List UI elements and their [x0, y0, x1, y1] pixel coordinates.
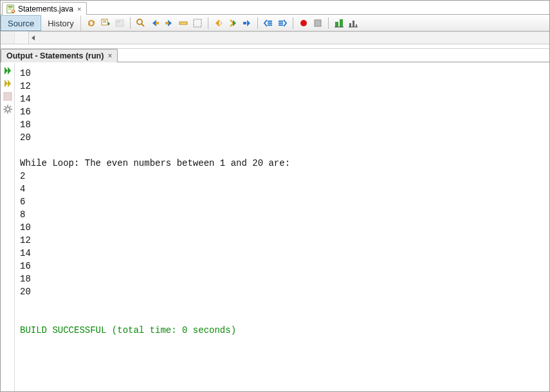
shift-right-icon[interactable]	[226, 17, 239, 30]
build-success-line: BUILD SUCCESSFUL (total time: 0 seconds)	[20, 325, 236, 335]
svg-rect-20	[268, 22, 272, 24]
bars-icon[interactable]	[347, 17, 360, 30]
svg-line-40	[5, 106, 6, 107]
svg-rect-14	[156, 22, 159, 24]
run-yellow-icon[interactable]	[3, 78, 13, 89]
output-tab[interactable]: Output - Statements (run) ×	[1, 49, 118, 62]
svg-rect-27	[335, 22, 338, 27]
svg-rect-15	[165, 22, 169, 24]
svg-line-13	[142, 24, 144, 26]
svg-rect-6	[12, 11, 14, 12]
svg-rect-32	[356, 24, 357, 27]
editor-gutter	[1, 31, 29, 44]
svg-rect-31	[353, 21, 354, 27]
svg-rect-28	[340, 19, 343, 27]
toggle-rect-icon[interactable]	[191, 17, 204, 30]
svg-rect-3	[8, 9, 12, 10]
refresh-icon[interactable]	[85, 17, 98, 30]
svg-rect-9	[103, 22, 106, 22]
shift-left-icon[interactable]	[212, 17, 225, 30]
toolbar-icon-group	[81, 15, 360, 31]
svg-point-12	[137, 19, 142, 24]
file-tab-label: Statements.java	[18, 4, 73, 13]
svg-line-42	[5, 111, 6, 112]
run-green-icon[interactable]	[3, 66, 13, 76]
close-icon[interactable]: ×	[107, 51, 112, 60]
find-selection-icon[interactable]	[134, 17, 147, 30]
find-next-icon[interactable]	[163, 17, 176, 30]
stop-square-icon[interactable]	[3, 91, 13, 102]
svg-line-43	[10, 106, 11, 107]
editor-area	[1, 31, 549, 44]
java-file-icon	[6, 4, 15, 13]
svg-rect-22	[279, 21, 283, 22]
output-side-toolbar	[1, 63, 15, 391]
output-tab-title: Output - Statements (run)	[6, 51, 104, 60]
file-tab-strip: Statements.java ×	[1, 1, 549, 15]
svg-rect-23	[279, 22, 283, 24]
editor-toolbar: Source History	[1, 15, 549, 31]
svg-point-25	[300, 20, 307, 26]
output-console[interactable]: 10 12 14 16 18 20 While Loop: The even n…	[15, 63, 549, 391]
svg-rect-1	[8, 6, 13, 7]
svg-rect-17	[194, 19, 201, 27]
stop-icon[interactable]	[311, 17, 324, 30]
svg-rect-11	[117, 21, 120, 22]
svg-rect-8	[103, 21, 106, 21]
view-tab-group: Source History	[1, 15, 81, 31]
svg-line-41	[10, 111, 11, 112]
tab-history[interactable]: History	[41, 15, 80, 31]
svg-rect-34	[4, 93, 12, 100]
svg-rect-24	[279, 24, 283, 26]
output-panel: 10 12 14 16 18 20 While Loop: The even n…	[1, 62, 549, 391]
nav-dropdown-icon[interactable]	[99, 17, 112, 30]
svg-rect-21	[268, 24, 272, 26]
svg-rect-18	[243, 22, 246, 24]
svg-rect-10	[116, 20, 124, 26]
comment-icon[interactable]	[262, 17, 275, 30]
diff-icon[interactable]	[333, 17, 345, 30]
svg-rect-30	[349, 23, 351, 27]
settings-icon[interactable]	[3, 104, 13, 114]
record-icon[interactable]	[297, 17, 310, 30]
shift-line-icon[interactable]	[241, 17, 253, 30]
close-icon[interactable]: ×	[76, 5, 82, 13]
prev-bookmark-icon[interactable]	[113, 17, 126, 30]
file-tab-statements[interactable]: Statements.java ×	[2, 2, 87, 15]
svg-rect-2	[8, 8, 13, 8]
svg-rect-16	[179, 22, 187, 24]
horizontal-scrollbar[interactable]	[29, 31, 549, 44]
svg-point-35	[6, 107, 10, 111]
svg-rect-26	[315, 20, 321, 26]
output-tab-strip: Output - Statements (run) ×	[1, 48, 549, 62]
uncomment-icon[interactable]	[276, 17, 289, 30]
toggle-highlight-icon[interactable]	[177, 17, 190, 30]
svg-rect-19	[268, 21, 272, 22]
tab-source[interactable]: Source	[1, 15, 41, 31]
find-prev-icon[interactable]	[149, 17, 161, 30]
